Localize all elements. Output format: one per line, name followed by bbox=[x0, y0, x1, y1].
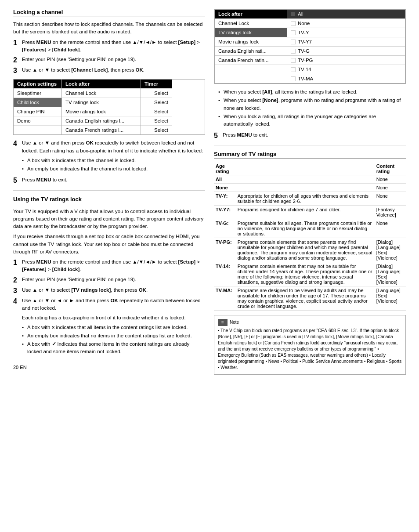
ratings-right-tvy: TV-Y bbox=[287, 28, 405, 37]
step-4a: 4 Use ▲ or ▼ and then press OK repeatedl… bbox=[13, 139, 205, 155]
ratings-left-empty2 bbox=[215, 74, 287, 83]
section2-intro2: If you receive channels through a set-to… bbox=[13, 233, 205, 256]
content-tvma: [Language][Sex][Violence] bbox=[375, 286, 406, 311]
right-bullets: When you select [All], all items in the … bbox=[214, 88, 406, 128]
section2-title: Using the TV ratings lock bbox=[13, 196, 205, 204]
content-tv14: [Dialog][Language][Sex][Violence] bbox=[375, 262, 406, 286]
summary-col3-header: Content rating bbox=[375, 163, 406, 175]
section1-title: Locking a channel bbox=[13, 9, 205, 17]
bullet-x-all: A box with × indicates that all items in… bbox=[22, 324, 205, 331]
bullet-x-lock: A box with × indicates that the channel … bbox=[22, 157, 205, 164]
menu-middle-col: Lock after Channel Lock TV ratings lock … bbox=[62, 80, 141, 134]
none-checkbox bbox=[291, 21, 296, 26]
menu-movie-ratings-lock: Movie ratings lock bbox=[62, 107, 141, 116]
summary-row-tv14: TV-14: Programs contain elements that ma… bbox=[214, 262, 406, 286]
step-text-1b: Press MENU on the remote control and the… bbox=[22, 258, 205, 274]
menu-select-5: Select bbox=[141, 126, 172, 134]
step4b-extra: Each rating has a box-graphic in front o… bbox=[13, 314, 205, 322]
tvpg-label: TV-PG bbox=[298, 58, 313, 63]
step-num-5a: 5 bbox=[13, 176, 19, 185]
summary-col2-header bbox=[236, 163, 375, 175]
note-label: Note bbox=[230, 319, 239, 326]
ratings-menu-header-right: All bbox=[287, 10, 405, 18]
desc-tvy7: Programs designed for children age 7 and… bbox=[236, 206, 375, 219]
step-num-3b: 3 bbox=[13, 286, 19, 295]
step-text-3a: Use ▲ or ▼ to select [Channel Lock], the… bbox=[22, 66, 205, 75]
menu-tv-ratings-lock: TV ratings lock bbox=[62, 98, 141, 107]
content-all: None bbox=[375, 175, 406, 184]
ratings-row-tv-ratings: TV ratings lock TV-Y bbox=[215, 28, 405, 37]
menu-channel-lock: Channel Lock bbox=[62, 89, 141, 98]
ratings-left-empty1 bbox=[215, 65, 287, 74]
ratings-left-canada-english: Canada English rati... bbox=[215, 47, 287, 55]
ratings-row-canada-english: Canada English rati... TV-G bbox=[215, 47, 405, 56]
section1-intro: This section describes how to lock speci… bbox=[13, 21, 205, 36]
none-label: None bbox=[298, 21, 310, 26]
desc-tvy: Appropriate for children of all ages wit… bbox=[236, 192, 375, 206]
step-text-5c: Press MENU to exit. bbox=[223, 131, 406, 140]
ratings-menu: Lock after All Channel Lock None bbox=[214, 9, 406, 84]
ratings-right-tvg: TV-G bbox=[287, 47, 405, 55]
age-tvpg: TV-PG: bbox=[214, 238, 236, 262]
step-5a: 5 Press MENU to exit. bbox=[13, 176, 205, 185]
step-3b: 3 Use ▲ or ▼ to select [TV ratings lock]… bbox=[13, 286, 205, 295]
menu-header-lockafter: Lock after bbox=[62, 80, 141, 89]
age-tv14: TV-14: bbox=[214, 262, 236, 286]
ratings-right-tvy7: TV-Y7 bbox=[287, 37, 405, 46]
ratings-right-tvpg: TV-PG bbox=[287, 56, 405, 65]
note-box: ≡ Note • The V-Chip can block non rated … bbox=[214, 315, 406, 375]
menu-select-3: Select bbox=[141, 107, 172, 116]
ratings-menu-header-row: Lock after All bbox=[215, 10, 405, 19]
age-tvy7: TV-Y7: bbox=[214, 206, 236, 219]
tvma-label: TV-MA bbox=[298, 76, 313, 81]
menu-select-1: Select bbox=[141, 89, 172, 98]
step-num-1a: 1 bbox=[13, 39, 19, 54]
step-text-1a: Press MENU on the remote control and the… bbox=[22, 39, 205, 54]
summary-row-tvma: TV-MA: Programs are designed to be viewe… bbox=[214, 286, 406, 311]
ratings-row-channel-lock: Channel Lock None bbox=[215, 19, 405, 28]
step-num-4b: 4 bbox=[13, 297, 19, 312]
all-label: All bbox=[298, 11, 303, 17]
step-1b: 1 Press MENU on the remote control and t… bbox=[13, 258, 205, 274]
desc-tvpg: Programs contain elements that some pare… bbox=[236, 238, 375, 262]
ratings-left-movie-ratings: Movie ratings lock bbox=[215, 37, 287, 46]
step-num-5c: 5 bbox=[214, 131, 220, 140]
age-tvma: TV-MA: bbox=[214, 286, 236, 311]
age-all: All bbox=[214, 175, 236, 184]
menu-canada-french: Canada French ratings l... bbox=[62, 126, 141, 134]
ratings-right-tv14: TV-14 bbox=[287, 65, 405, 74]
desc-tvg: Programs suitable for all ages. These pr… bbox=[236, 219, 375, 238]
desc-all bbox=[236, 175, 375, 184]
right-column: Lock after All Channel Lock None bbox=[214, 9, 406, 375]
bullet-younger: When you lock a rating, all ratings in t… bbox=[218, 113, 406, 128]
step-text-4b: Use ▲ or ▼ or ◄ or ► and then press OK r… bbox=[22, 297, 205, 312]
all-checkbox-item: All bbox=[291, 11, 401, 17]
bullet-none: When you select [None], programs with no… bbox=[218, 97, 406, 112]
step-num-2b: 2 bbox=[13, 276, 19, 284]
menu-sleeptimer: Sleeptimer bbox=[14, 89, 61, 98]
summary-col1-header: Age rating bbox=[214, 163, 236, 175]
content-tvg: None bbox=[375, 219, 406, 238]
tvg-label: TV-G bbox=[298, 48, 310, 54]
summary-table: Age rating Content rating All None None … bbox=[214, 163, 406, 311]
tvy7-checkbox bbox=[291, 40, 296, 44]
menu-demo: Demo bbox=[14, 116, 61, 126]
all-checkbox bbox=[291, 12, 296, 17]
step-num-4a: 4 bbox=[13, 139, 19, 155]
step-2b: 2 Enter your PIN (see 'Setting your PIN'… bbox=[13, 276, 205, 284]
menu-select-4: Select bbox=[141, 116, 172, 126]
summary-row-tvy: TV-Y: Appropriate for children of all ag… bbox=[214, 192, 406, 206]
ratings-row-canada-french: Canada French ratin... TV-PG bbox=[215, 56, 405, 65]
page-number: 20 EN bbox=[13, 365, 205, 370]
lock-bullets: A box with × indicates that the channel … bbox=[13, 157, 205, 173]
menu-empty1 bbox=[14, 126, 61, 134]
ratings-left-tv-ratings: TV ratings lock bbox=[215, 28, 287, 37]
tvg-checkbox bbox=[291, 49, 296, 54]
tvma-checkbox bbox=[291, 76, 296, 81]
note-header: ≡ Note bbox=[218, 319, 402, 326]
step-3a: 3 Use ▲ or ▼ to select [Channel Lock], t… bbox=[13, 66, 205, 75]
content-tvpg: [Dialog][Language][Sex][Violence] bbox=[375, 238, 406, 262]
tvpg-checkbox bbox=[291, 58, 296, 63]
tv14-checkbox bbox=[291, 67, 296, 72]
step-4b: 4 Use ▲ or ▼ or ◄ or ► and then press OK… bbox=[13, 297, 205, 312]
